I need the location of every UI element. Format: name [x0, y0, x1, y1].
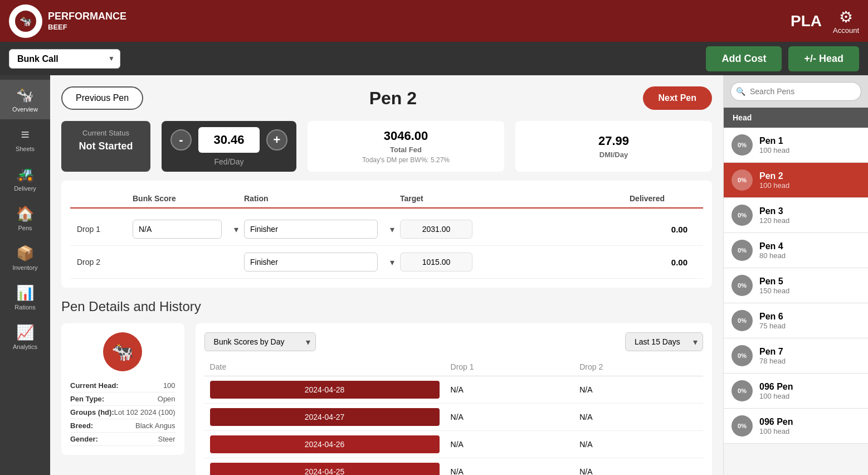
drop1-cell-3: N/A	[445, 431, 574, 458]
pen-percent-badge-096a: 0%	[732, 380, 753, 401]
pen-list-item-5[interactable]: 0% Pen 5 150 head	[724, 268, 868, 303]
pen-title: Pen 2	[369, 88, 417, 109]
sidebar-item-overview[interactable]: 🐄 Overview	[0, 80, 50, 119]
search-pens-input[interactable]	[730, 82, 861, 101]
drop-2-label: Drop 2	[77, 258, 133, 266]
fed-plus-button[interactable]: +	[266, 129, 287, 151]
content-area: Previous Pen Pen 2 Next Pen Current Stat…	[50, 75, 723, 475]
pen-percent-badge-6: 0%	[732, 310, 753, 331]
bunk-table-header-row: Date Drop 1 Drop 2	[204, 358, 703, 376]
pen-list-item-2[interactable]: 0% Pen 2 100 head	[724, 163, 868, 198]
sidebar-item-inventory[interactable]: 📦 Inventory	[0, 238, 50, 278]
drop1-cell-1: N/A	[445, 376, 574, 404]
right-panel: 🔍 Head 0% Pen 1 100 head 0% Pen 2 100 he…	[723, 75, 868, 475]
pen-percent-badge-2: 0%	[732, 169, 753, 191]
drop-1-row: Drop 1 N/A 0 1 2 3 4 Finisher Grower	[70, 213, 703, 246]
app-title: PERFORMANCEBEEF	[48, 11, 126, 31]
search-input-wrapper: 🔍	[730, 82, 861, 101]
sidebar-item-analytics[interactable]: 📈 Analytics	[0, 317, 50, 357]
pen-info-row-breed: Breed: Black Angus	[70, 419, 175, 433]
pen-details-title: Pen Details and History	[61, 299, 712, 314]
sidebar-label-analytics: Analytics	[13, 343, 37, 350]
pen-list-item-096a[interactable]: 0% 096 Pen 100 head	[724, 374, 868, 409]
sheets-icon: ≡	[21, 126, 29, 143]
sidebar-label-pens: Pens	[18, 225, 32, 231]
ration-1-select[interactable]: Finisher Grower Starter	[244, 220, 378, 239]
svg-text:🐄: 🐄	[19, 15, 32, 27]
pen-info-text-096b: 096 Pen 100 head	[759, 417, 860, 435]
sidebar-item-rations[interactable]: 📊 Rations	[0, 278, 50, 317]
previous-pen-button[interactable]: Previous Pen	[61, 86, 143, 110]
bunk-call-dropdown[interactable]: Bunk Call Feed Call Health Check	[9, 49, 120, 69]
pen-head-1: 100 head	[759, 146, 860, 154]
drop2-cell-2: N/A	[574, 404, 703, 431]
chart-area: Bunk Scores by Day Feed History Weight H…	[196, 323, 712, 475]
next-pen-button[interactable]: Next Pen	[643, 86, 712, 110]
pen-percent-badge-1: 0%	[732, 134, 753, 156]
pen-percent-badge-5: 0%	[732, 275, 753, 296]
pen-info-text-7: Pen 7 78 head	[759, 347, 860, 365]
gear-icon: ⚙	[839, 8, 853, 26]
ration-2-select[interactable]: Finisher Grower Starter	[244, 253, 378, 272]
days-range-select[interactable]: Last 7 Days Last 15 Days Last 30 Days	[625, 332, 703, 351]
drop1-cell-4: N/A	[445, 458, 574, 476]
pen-info-row-gender: Gender: Steer	[70, 433, 175, 446]
search-icon: 🔍	[736, 87, 745, 96]
info-key-type: Pen Type:	[70, 395, 104, 403]
pen-info-text-5: Pen 5 150 head	[759, 277, 860, 295]
pen-info-text-1: Pen 1 100 head	[759, 136, 860, 154]
pen-list-item-1[interactable]: 0% Pen 1 100 head	[724, 128, 868, 163]
logo-icon: 🐄	[9, 4, 42, 38]
plus-head-button[interactable]: +/- Head	[788, 46, 859, 71]
search-area: 🔍	[724, 75, 868, 108]
pen-list-item-6[interactable]: 0% Pen 6 75 head	[724, 303, 868, 338]
bunk-score-1-select[interactable]: N/A 0 1 2 3 4	[133, 220, 222, 239]
sidebar-item-sheets[interactable]: ≡ Sheets	[0, 119, 50, 159]
col-empty	[77, 194, 133, 203]
header-right: PLA ⚙ Account	[791, 8, 859, 35]
pen-head-096a: 100 head	[759, 392, 860, 400]
col-target: Target	[400, 194, 630, 203]
date-cell-1: 2024-04-28	[204, 376, 445, 404]
pen-list-item-096b[interactable]: 0% 096 Pen 100 head	[724, 409, 868, 444]
add-cost-button[interactable]: Add Cost	[706, 46, 782, 71]
chart-type-select[interactable]: Bunk Scores by Day Feed History Weight H…	[204, 332, 316, 351]
pen-name-5: Pen 5	[759, 277, 860, 287]
fed-minus-button[interactable]: -	[170, 129, 192, 151]
pen-list-header: Head	[724, 108, 868, 128]
pen-head-4: 80 head	[759, 251, 860, 260]
pen-list-item-4[interactable]: 0% Pen 4 80 head	[724, 233, 868, 268]
table-row: 2024-04-25 N/A N/A	[204, 458, 703, 476]
sidebar-item-delivery[interactable]: 🚜 Delivery	[0, 159, 50, 198]
pen-name-096a: 096 Pen	[759, 382, 860, 392]
main-layout: 🐄 Overview ≡ Sheets 🚜 Delivery 🏠 Pens 📦 …	[0, 75, 868, 475]
pen-percent-badge-4: 0%	[732, 240, 753, 261]
status-box: Current Status Not Started	[61, 121, 150, 172]
pen-name-6: Pen 6	[759, 312, 860, 322]
sidebar-label-sheets: Sheets	[16, 146, 35, 152]
date-cell-4: 2024-04-25	[204, 458, 445, 476]
target-1-input[interactable]	[400, 220, 472, 239]
sidebar-item-pens[interactable]: 🏠 Pens	[0, 198, 50, 238]
date-cell-2: 2024-04-27	[204, 404, 445, 431]
pens-icon: 🏠	[16, 205, 34, 222]
sidebar-label-rations: Rations	[14, 304, 35, 311]
pen-info-text-2: Pen 2 100 head	[759, 171, 860, 190]
pen-name-7: Pen 7	[759, 347, 860, 357]
col-ration: Ration	[244, 194, 400, 203]
sub-header: Bunk Call Feed Call Health Check Add Cos…	[0, 42, 868, 75]
pen-list-item-7[interactable]: 0% Pen 7 78 head	[724, 338, 868, 374]
status-value: Not Started	[72, 140, 139, 152]
pen-list-item-3[interactable]: 0% Pen 3 120 head	[724, 198, 868, 233]
info-val-breed: Black Angus	[135, 421, 175, 430]
table-row: 2024-04-27 N/A N/A	[204, 404, 703, 431]
account-button[interactable]: ⚙ Account	[833, 8, 859, 35]
drop1-cell-2: N/A	[445, 404, 574, 431]
col-date: Date	[204, 358, 445, 376]
pen-info-table: Current Head: 100 Pen Type: Open Groups …	[70, 379, 175, 446]
inventory-icon: 📦	[16, 245, 34, 262]
info-key-gender: Gender:	[70, 435, 98, 443]
drop2-cell-1: N/A	[574, 376, 703, 404]
status-fed-row: Current Status Not Started - 30.46 + Fed…	[61, 121, 712, 172]
target-2-input[interactable]	[400, 253, 472, 272]
